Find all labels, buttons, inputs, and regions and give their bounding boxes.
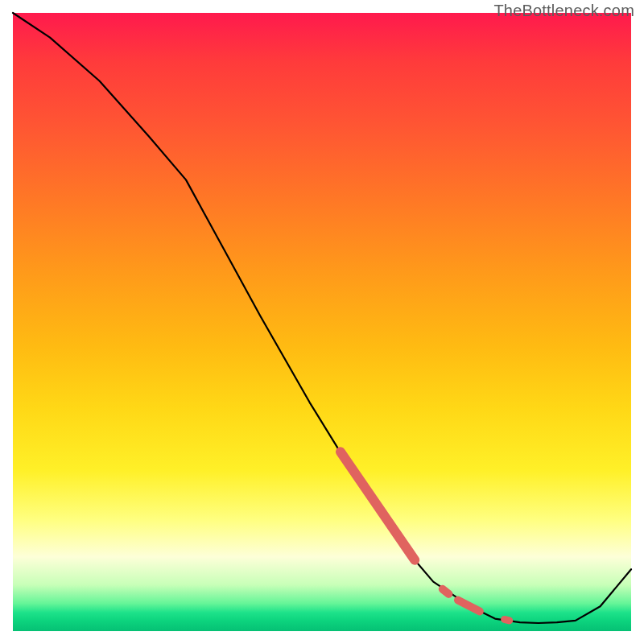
chart-marker-segment [458,601,480,612]
chart-line-series [13,13,631,623]
chart-plot-area [13,13,631,631]
chart-marker-segment [505,619,510,621]
chart-marker-segment [341,452,415,559]
chart-marker-segment [443,589,449,594]
chart-markers [341,452,510,621]
chart-container: TheBottleneck.com [0,0,644,644]
